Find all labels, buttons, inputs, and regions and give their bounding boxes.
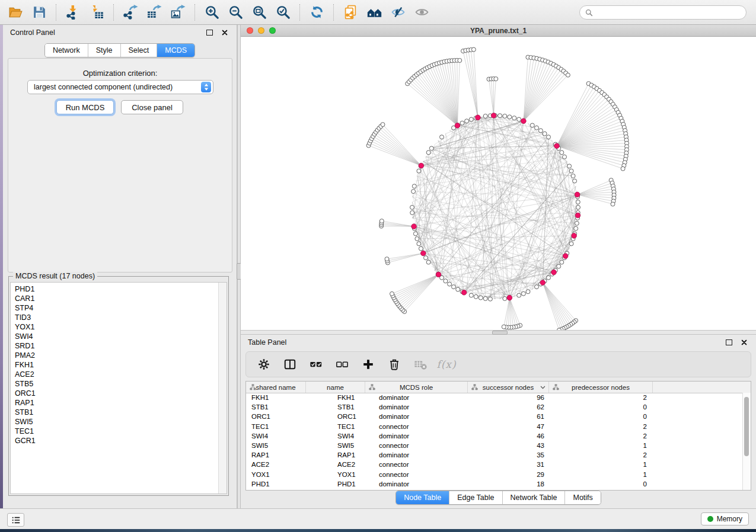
control-panel-tab-network[interactable]: Network [45, 44, 88, 57]
mcds-result-item[interactable]: SWI4 [15, 332, 219, 341]
table-row[interactable]: ACE2ACE2connector311 [246, 460, 743, 469]
table-panel-tab-edge-table[interactable]: Edge Table [449, 491, 502, 504]
mcds-hub-node[interactable] [421, 251, 426, 256]
control-panel-tab-style[interactable]: Style [88, 44, 121, 57]
add-column-button[interactable] [360, 356, 377, 373]
control-panel-tab-mcds[interactable]: MCDS [157, 44, 194, 57]
deselect-all-button[interactable] [334, 356, 350, 373]
column-header-predecessor-nodes[interactable]: predecessor nodes [549, 382, 653, 393]
mcds-hub-node[interactable] [455, 123, 460, 129]
mcds-hub-node[interactable] [554, 143, 560, 149]
export-image-button[interactable] [167, 2, 189, 23]
mcds-hub-node[interactable] [521, 118, 527, 124]
mcds-hub-node[interactable] [412, 224, 417, 229]
mcds-result-item[interactable]: TEC1 [15, 427, 219, 436]
horizontal-splitter-handle[interactable] [492, 331, 508, 335]
network-window-titlebar[interactable]: YPA_prune.txt_1 [241, 25, 756, 37]
delete-column-button[interactable] [386, 356, 403, 373]
mcds-result-item[interactable]: PMA2 [15, 351, 219, 360]
column-header-MCDS-role[interactable]: MCDS role [365, 382, 468, 393]
hide-selected-button[interactable] [387, 2, 409, 23]
export-table-button[interactable] [143, 2, 165, 23]
run-mcds-button[interactable]: Run MCDS [56, 100, 114, 114]
horizontal-splitter[interactable] [241, 330, 756, 335]
table-row[interactable]: ORC1ORC1dominator610 [246, 412, 743, 421]
close-window-button[interactable] [247, 27, 253, 34]
network-graph[interactable] [241, 37, 756, 330]
table-float-panel-button[interactable] [724, 338, 734, 348]
mcds-hub-node[interactable] [507, 295, 512, 300]
table-row[interactable]: RAP1RAP1dominator352 [246, 450, 743, 460]
zoom-window-button[interactable] [269, 27, 276, 34]
select-all-button[interactable] [308, 356, 324, 373]
table-row[interactable]: FKH1FKH1dominator962 [246, 393, 743, 402]
task-history-button[interactable] [7, 513, 24, 527]
delete-table-button[interactable] [412, 356, 429, 373]
mcds-hub-node[interactable] [575, 192, 580, 197]
mcds-hub-node[interactable] [572, 233, 577, 239]
mcds-result-item[interactable]: CAR1 [15, 294, 219, 303]
column-header-successor-nodes[interactable]: successor nodes [468, 382, 549, 393]
zoom-out-button[interactable] [225, 2, 246, 23]
mcds-result-item[interactable]: STP4 [15, 303, 219, 313]
mcds-result-item[interactable]: STB1 [15, 408, 219, 417]
table-scrollbar[interactable] [742, 393, 751, 490]
columns-settings-button[interactable] [256, 356, 272, 373]
mcds-hub-node[interactable] [476, 115, 481, 120]
mcds-result-item[interactable]: ACE2 [15, 370, 219, 379]
zoom-selected-button[interactable] [272, 2, 294, 23]
close-panel-button[interactable] [219, 28, 229, 38]
search-input[interactable] [596, 8, 741, 17]
table-row[interactable]: PHD1PHD1dominator180 [246, 479, 743, 489]
show-all-button[interactable] [411, 2, 432, 23]
duplicate-network-button[interactable] [340, 2, 361, 23]
control-panel-tab-select[interactable]: Select [121, 44, 158, 57]
zoom-in-button[interactable] [201, 2, 222, 23]
refresh-button[interactable] [306, 2, 327, 23]
export-network-button[interactable] [120, 2, 141, 23]
table-row[interactable]: SWI5SWI5connector431 [246, 441, 743, 450]
table-panel-tab-node-table[interactable]: Node Table [396, 491, 449, 504]
table-panel-tab-motifs[interactable]: Motifs [565, 491, 600, 504]
mcds-hub-node[interactable] [551, 270, 557, 275]
mcds-result-list[interactable]: PHD1CAR1STP4TID3YOX1SWI4SRD1PMA2FKH1ACE2… [10, 282, 227, 494]
network-view-canvas[interactable] [241, 37, 756, 330]
mcds-hub-node[interactable] [575, 213, 580, 218]
close-panel-action-button[interactable]: Close panel [121, 100, 183, 114]
import-network-button[interactable] [62, 2, 84, 23]
memory-button[interactable]: Memory [701, 512, 749, 525]
mcds-result-item[interactable]: SRD1 [15, 341, 219, 351]
table-close-panel-button[interactable] [739, 338, 749, 348]
table-row[interactable]: YOX1YOX1connector291 [246, 470, 743, 479]
save-session-button[interactable] [28, 2, 50, 23]
result-list-scrollbar[interactable] [218, 283, 227, 493]
mcds-hub-node[interactable] [540, 280, 546, 286]
table-row[interactable]: SWI4SWI4dominator462 [246, 431, 743, 441]
search-box[interactable] [579, 5, 747, 20]
mcds-result-item[interactable]: PHD1 [15, 284, 219, 294]
homes-button[interactable] [363, 2, 385, 23]
mcds-result-item[interactable]: ORC1 [15, 389, 219, 398]
function-builder-button[interactable]: f(x) [438, 356, 455, 373]
column-header-shared-name[interactable]: shared name [246, 382, 306, 393]
mcds-result-item[interactable]: RAP1 [15, 398, 219, 408]
column-header-name[interactable]: name [306, 382, 365, 393]
mcds-result-item[interactable]: YOX1 [15, 322, 219, 332]
mcds-hub-node[interactable] [461, 290, 467, 295]
minimize-window-button[interactable] [258, 27, 264, 34]
table-panel-tab-network-table[interactable]: Network Table [503, 491, 566, 504]
mcds-hub-node[interactable] [419, 163, 424, 168]
table-row[interactable]: TEC1TEC1connector472 [246, 422, 743, 431]
import-table-button[interactable] [86, 2, 107, 23]
split-panel-button[interactable] [282, 356, 298, 373]
mcds-hub-node[interactable] [491, 113, 496, 118]
table-row[interactable]: STB1STB1dominator620 [246, 402, 743, 412]
mcds-result-item[interactable]: STB5 [15, 379, 219, 389]
mcds-result-item[interactable]: GCR1 [15, 436, 219, 446]
open-session-button[interactable] [5, 2, 26, 23]
mcds-hub-node[interactable] [436, 272, 441, 277]
zoom-fit-button[interactable] [248, 2, 270, 23]
mcds-result-item[interactable]: SWI5 [15, 417, 219, 427]
mcds-hub-node[interactable] [563, 254, 568, 259]
table-scrollbar-thumb[interactable] [744, 397, 749, 456]
